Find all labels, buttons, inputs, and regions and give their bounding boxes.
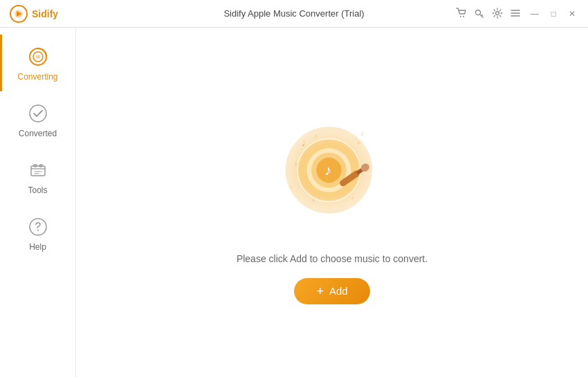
svg-text:♩: ♩ (302, 138, 306, 148)
sidebar-converted-label: Converted (19, 129, 57, 138)
main-layout: Converting Converted (0, 28, 588, 377)
svg-text:♪: ♪ (315, 131, 318, 138)
sidebar-item-help[interactable]: Help (0, 205, 75, 261)
sidebar-item-converted[interactable]: Converted (0, 91, 75, 148)
svg-text:♪: ♪ (324, 163, 331, 178)
sidify-logo-icon (10, 5, 28, 23)
svg-text:+: + (312, 198, 315, 204)
sidebar-item-converting[interactable]: Converting (0, 35, 75, 91)
cart-icon[interactable] (456, 8, 467, 20)
key-icon[interactable] (474, 8, 485, 20)
sidebar: Converting Converted (0, 28, 76, 377)
svg-point-2 (460, 16, 461, 17)
sidebar-converting-label: Converting (17, 72, 57, 82)
sidebar-tools-label: Tools (28, 185, 47, 195)
svg-text:♪: ♪ (360, 129, 364, 137)
content-area: ♪ ♩ ♪ + + + + + ♪ Please click Add to ch… (76, 28, 588, 377)
app-logo: Sidify (0, 5, 76, 23)
close-button[interactable]: ✕ (566, 8, 578, 20)
window-title: Sidify Apple Music Converter (Trial) (223, 8, 364, 19)
tools-icon (27, 159, 49, 181)
svg-rect-10 (31, 166, 45, 176)
svg-point-9 (30, 105, 46, 122)
add-button-label: Add (329, 285, 348, 297)
svg-point-5 (495, 11, 499, 15)
prompt-text: Please click Add to choose music to conv… (237, 253, 428, 264)
svg-point-8 (36, 55, 40, 59)
help-icon (27, 216, 49, 238)
sidebar-help-label: Help (29, 242, 46, 252)
svg-text:+: + (289, 184, 292, 190)
music-illustration: ♪ ♩ ♪ + + + + + ♪ (263, 101, 401, 239)
window-controls: — □ ✕ (456, 8, 588, 20)
svg-point-3 (463, 16, 464, 17)
svg-text:+: + (294, 162, 297, 168)
converting-icon (27, 46, 49, 68)
logo-text: Sidify (32, 8, 58, 19)
menu-icon[interactable] (510, 8, 521, 20)
svg-text:+: + (357, 140, 360, 146)
add-plus-icon: + (316, 285, 324, 297)
title-bar: Sidify Sidify Apple Music Converter (Tri… (0, 0, 588, 28)
minimize-button[interactable]: — (528, 8, 542, 20)
maximize-button[interactable]: □ (549, 8, 559, 20)
add-button[interactable]: + Add (294, 278, 369, 304)
settings-icon[interactable] (492, 8, 503, 20)
svg-text:+: + (351, 195, 354, 201)
converted-icon (27, 102, 49, 125)
svg-point-14 (37, 230, 39, 231)
sidebar-item-tools[interactable]: Tools (0, 148, 75, 205)
